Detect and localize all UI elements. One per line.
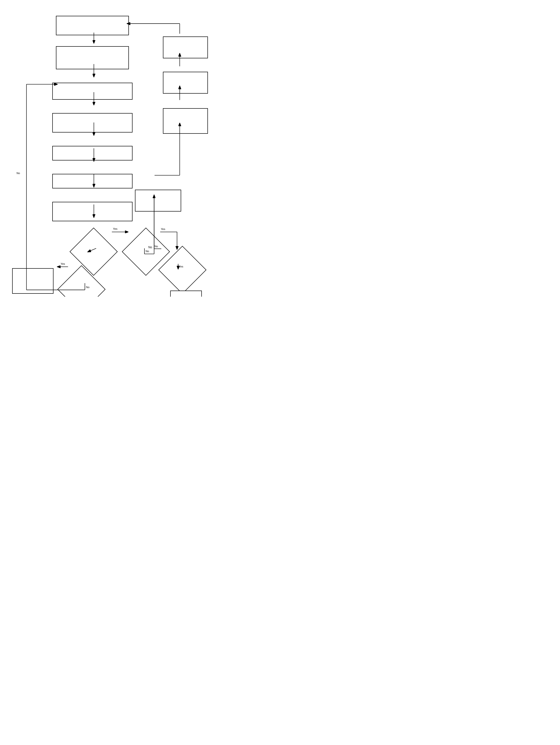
svg-text:Yes: Yes	[161, 228, 165, 230]
svg-text:Yes: Yes	[113, 227, 118, 230]
box-832	[163, 72, 208, 94]
diamond-822-label	[157, 254, 198, 286]
box-814	[52, 202, 133, 221]
svg-text:No: No	[17, 172, 20, 174]
diamond-826-label	[120, 235, 162, 268]
box-806	[52, 83, 133, 100]
box-808	[52, 113, 133, 132]
label-no-828: No	[148, 246, 152, 249]
box-812	[52, 174, 133, 188]
box-802	[56, 16, 129, 35]
diamond-816-label	[68, 235, 109, 268]
box-830	[163, 108, 208, 134]
svg-text:Yes: Yes	[61, 262, 65, 265]
diamond-818-label	[56, 273, 97, 297]
box-820	[12, 268, 54, 294]
box-834	[163, 36, 208, 58]
box-804	[56, 46, 129, 69]
box-824	[170, 291, 202, 297]
box-810	[52, 146, 133, 160]
box-828	[135, 190, 181, 212]
